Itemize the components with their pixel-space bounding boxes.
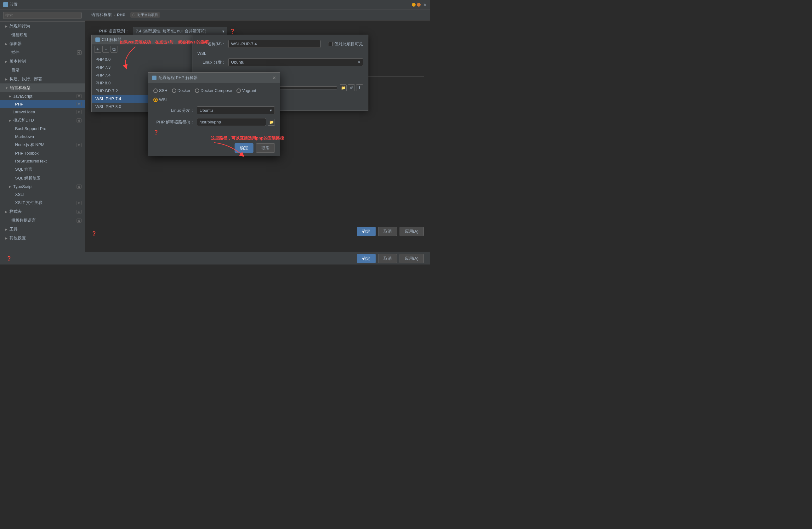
remote-dialog-icon bbox=[152, 75, 157, 80]
tmpl-badge: ⊕ bbox=[76, 218, 82, 223]
info-button[interactable]: ℹ bbox=[356, 84, 363, 91]
php-level-value: 7.4 (类型属性, 短闭包, null 合并运算符) ▾ ❓ bbox=[133, 27, 424, 35]
chevron-down-icon: ▾ bbox=[358, 60, 360, 65]
sidebar-item-label: 目录 bbox=[11, 67, 19, 73]
sidebar-item-label: 版本控制 bbox=[10, 59, 26, 64]
sidebar-item-keymap[interactable]: 键盘映射 bbox=[0, 30, 85, 39]
sidebar-item-phptoolbox[interactable]: PHP Toolbox bbox=[0, 149, 85, 157]
sidebar-item-label: 插件 bbox=[11, 50, 19, 55]
php-level-select-value: 7.4 (类型属性, 短闭包, null 合并运算符) bbox=[136, 28, 206, 34]
cli-apply-button[interactable]: 应用(A) bbox=[400, 227, 424, 236]
sidebar-item-label: 模式和DTD bbox=[13, 117, 34, 123]
sidebar-item-editor[interactable]: ▶ 编辑器 bbox=[0, 39, 85, 48]
sidebar-item-lang[interactable]: ▼ 语言和框架 bbox=[0, 83, 85, 92]
project-only-label: 仅对此项目可见 bbox=[334, 41, 363, 47]
sidebar-item-sqlscope[interactable]: SQL 解析范围 bbox=[0, 174, 85, 183]
sidebar-item-label: SQL 解析范围 bbox=[15, 175, 41, 181]
sidebar-item-label: 键盘映射 bbox=[11, 32, 28, 38]
section-separator bbox=[198, 70, 363, 70]
main-apply-button[interactable]: 应用(A) bbox=[400, 254, 424, 263]
cli-confirm-button[interactable]: 确定 bbox=[357, 227, 376, 236]
arrow-icon: ▶ bbox=[5, 42, 8, 46]
sidebar-item-directory[interactable]: 目录 bbox=[0, 66, 85, 75]
app-icon bbox=[3, 2, 8, 7]
sidebar-item-schema[interactable]: ▶ 模式和DTD ⊕ bbox=[0, 116, 85, 125]
main-cancel-button[interactable]: 取消 bbox=[378, 254, 397, 263]
radio-circle-ssh bbox=[153, 88, 158, 93]
php-level-help-icon: ❓ bbox=[230, 29, 235, 34]
sidebar-item-plugins[interactable]: 插件 ⚙ bbox=[0, 48, 85, 57]
cli-dialog-title: CLI 解释器 bbox=[102, 37, 121, 43]
radio-vagrant[interactable]: Vagrant bbox=[236, 88, 256, 93]
linux-dist-label: Linux 分发： bbox=[198, 59, 226, 65]
remote-cancel-button[interactable]: 取消 bbox=[256, 143, 275, 153]
sidebar-item-javascript[interactable]: ▶ JavaScript ⊕ bbox=[0, 92, 85, 100]
sidebar-item-laravel[interactable]: Laravel Idea ⊕ bbox=[0, 108, 85, 116]
cli-cancel-button[interactable]: 取消 bbox=[378, 227, 397, 236]
name-input[interactable]: WSL-PHP-7.4 bbox=[228, 40, 320, 48]
sidebar-item-rst[interactable]: ReStructuredText bbox=[0, 157, 85, 165]
sidebar: ▶ 外观和行为 键盘映射 ▶ 编辑器 插件 ⚙ ▶ 版本控制 目录 bbox=[0, 10, 85, 252]
linux-dist-row: Linux 分发： Ubuntu ▾ bbox=[198, 58, 363, 66]
radio-docker[interactable]: Docker bbox=[172, 88, 190, 93]
remove-interpreter-button[interactable]: − bbox=[102, 46, 109, 53]
php-level-select[interactable]: 7.4 (类型属性, 短闭包, null 合并运算符) ▾ bbox=[133, 27, 227, 35]
linux-dist-select[interactable]: Ubuntu ▾ bbox=[228, 58, 363, 66]
remote-php-path-row: PHP 解释器路径(I)： 📁 bbox=[153, 118, 275, 126]
dot-yellow bbox=[412, 3, 416, 6]
sidebar-item-template[interactable]: 模板数据语言 ⊕ bbox=[0, 216, 85, 225]
radio-ssh[interactable]: SSH bbox=[153, 88, 168, 93]
search-input[interactable] bbox=[3, 12, 82, 19]
remote-php-path-label: PHP 解释器路径(I)： bbox=[153, 119, 194, 125]
remote-dialog-footer: 确定 取消 bbox=[148, 140, 280, 156]
sidebar-item-xslt[interactable]: XSLT bbox=[0, 190, 85, 198]
chevron-down-icon: ▾ bbox=[270, 108, 272, 113]
help-bottom-icon[interactable]: ❓ bbox=[91, 231, 97, 236]
remote-linux-dist-select[interactable]: Ubuntu ▾ bbox=[197, 106, 275, 114]
sidebar-item-label: JavaScript bbox=[13, 94, 32, 99]
sidebar-item-bash[interactable]: BashSupport Pro bbox=[0, 125, 85, 132]
remote-php-path-input[interactable] bbox=[197, 118, 266, 126]
content-area: 语言和框架 › PHP ⬡ 对于当前项目 PHP 语言级别： 7.4 (类型属性… bbox=[85, 10, 430, 252]
sidebar-item-label: 构建、执行、部署 bbox=[10, 76, 42, 82]
sidebar-item-vcs[interactable]: ▶ 版本控制 bbox=[0, 57, 85, 66]
sidebar-item-build[interactable]: ▶ 构建、执行、部署 bbox=[0, 75, 85, 83]
radio-circle-docker bbox=[172, 88, 176, 93]
sidebar-item-appearance[interactable]: ▶ 外观和行为 bbox=[0, 22, 85, 30]
remote-browse-button[interactable]: 📁 bbox=[268, 119, 275, 126]
arrow-icon: ▼ bbox=[5, 86, 8, 90]
remote-dialog-close-button[interactable]: ✕ bbox=[272, 75, 276, 80]
sidebar-item-label: 外观和行为 bbox=[10, 23, 30, 29]
main-confirm-button[interactable]: 确定 bbox=[357, 254, 376, 263]
project-only-checkbox[interactable] bbox=[328, 42, 333, 46]
add-interpreter-button[interactable]: + bbox=[94, 46, 101, 53]
sidebar-item-other[interactable]: ▶ 其他设置 bbox=[0, 234, 85, 242]
radio-wsl[interactable]: WSL bbox=[153, 97, 168, 102]
sidebar-item-tools[interactable]: ▶ 工具 bbox=[0, 225, 85, 234]
remote-confirm-button[interactable]: 确定 bbox=[235, 143, 253, 153]
sidebar-item-typescript[interactable]: ▶ TypeScript ⊕ bbox=[0, 183, 85, 190]
sidebar-item-stylesheets[interactable]: ▶ 样式表 ⊕ bbox=[0, 207, 85, 216]
sidebar-item-nodejs[interactable]: Node.js 和 NPM ⊕ bbox=[0, 140, 85, 149]
main-help-icon[interactable]: ❓ bbox=[6, 256, 12, 261]
schema-badge: ⊕ bbox=[76, 118, 82, 123]
title-bar: 设置 ✕ bbox=[0, 0, 430, 10]
php-level-label: PHP 语言级别： bbox=[91, 28, 129, 34]
sidebar-item-xsltrel[interactable]: XSLT 文件关联 ⊕ bbox=[0, 198, 85, 207]
radio-circle-wsl bbox=[153, 98, 158, 102]
sidebar-item-sql[interactable]: SQL 方言 bbox=[0, 165, 85, 174]
sidebar-item-label: PHP Toolbox bbox=[15, 151, 39, 156]
radio-label-wsl: WSL bbox=[159, 97, 168, 102]
sidebar-item-php[interactable]: PHP ⊕ bbox=[0, 100, 85, 108]
connection-type-group: SSH Docker Docker Compose Vagrant bbox=[153, 88, 275, 102]
radio-docker-compose[interactable]: Docker Compose bbox=[195, 88, 232, 93]
breadcrumb-separator: › bbox=[114, 13, 115, 17]
sidebar-item-label: XSLT bbox=[15, 192, 25, 197]
close-button[interactable]: ✕ bbox=[423, 2, 427, 7]
help-row: ❓ bbox=[153, 130, 275, 135]
refresh-button[interactable]: ↺ bbox=[348, 84, 355, 91]
copy-interpreter-button[interactable]: ⧉ bbox=[111, 46, 117, 53]
cli-nav-buttons: ❓ bbox=[91, 231, 97, 236]
folder-browse-button[interactable]: 📁 bbox=[340, 84, 347, 91]
sidebar-item-markdown[interactable]: Markdown bbox=[0, 132, 85, 140]
